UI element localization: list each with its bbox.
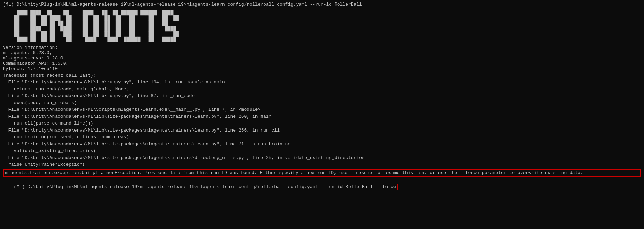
traceback-line-5: File "D:\Unity\Anaconda\envs\ML\lib\site… (3, 113, 641, 120)
version-pytorch: PyTorch: 1.7.1+cu110 (3, 66, 641, 71)
version-header: Version information: (3, 45, 641, 50)
traceback-header: Traceback (most recent call last): (3, 72, 641, 79)
initial-command: (ML) D:\Unity\Plug-in\ML\ml-agents-relea… (3, 1, 641, 8)
version-communicator-api: Communicator API: 1.5.0, (3, 61, 641, 66)
force-parameter: --force (376, 184, 398, 190)
traceback-line-8: run_training(run_seed, options, num_area… (3, 134, 641, 141)
traceback-line-9: File "D:\Unity\Anaconda\envs\ML\lib\site… (3, 141, 641, 148)
traceback-line-7: File "D:\Unity\Anaconda\envs\ML\lib\site… (3, 127, 641, 134)
final-command-prefix: (ML) D:\Unity\Plug-in\ML\ml-agents-relea… (14, 184, 376, 190)
terminal-window: (ML) D:\Unity\Plug-in\ML\ml-agents-relea… (0, 0, 644, 229)
traceback-line-3: exec(code, run_globals) (3, 100, 641, 107)
version-ml-agents: ml-agents: 0.28.0, (3, 50, 641, 56)
version-ml-agents-envs: ml-agents-envs: 0.28.0, (3, 56, 641, 61)
traceback-line-12: raise UnityTrainerException( (3, 161, 641, 168)
ascii-art-text: ████ ████ ██ ██ ████ ██ ██ ██████ ██████… (3, 11, 641, 42)
traceback-line-2: File "D:\Unity\Anaconda\envs\ML\lib\runp… (3, 93, 641, 100)
traceback-line-0: File "D:\Unity\Anaconda\envs\ML\lib\runp… (3, 79, 641, 86)
traceback-line-10: validate_existing_directories( (3, 147, 641, 154)
ascii-art-logo: ████ ████ ██ ██ ████ ██ ██ ██████ ██████… (3, 11, 641, 42)
traceback-line-11: File "D:\Unity\Anaconda\envs\ML\lib\site… (3, 154, 641, 161)
traceback-line-4: File "D:\Unity\Anaconda\envs\ML\Scripts\… (3, 106, 641, 113)
traceback-line-1: return _run_code(code, main_globals, Non… (3, 86, 641, 93)
traceback-line-6: run_cli(parse_command_line()) (3, 120, 641, 127)
error-message: mlagents.trainers.exception.UnityTrainer… (3, 169, 641, 177)
traceback-section: Traceback (most recent call last): File … (3, 72, 641, 168)
version-section: Version information: ml-agents: 0.28.0, … (3, 45, 641, 71)
final-command-line: (ML) D:\Unity\Plug-in\ML\ml-agents-relea… (3, 178, 641, 197)
